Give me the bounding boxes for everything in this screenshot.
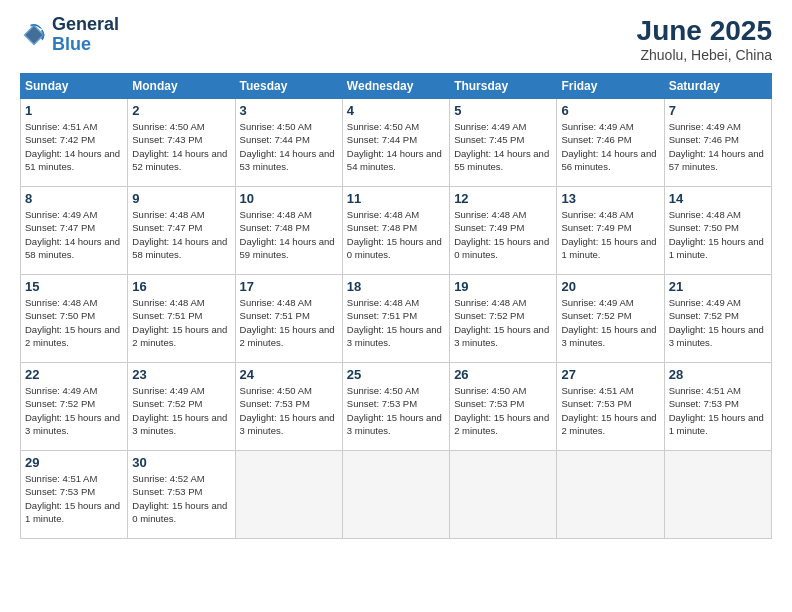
day-info: Sunrise: 4:49 AM Sunset: 7:47 PM Dayligh… xyxy=(25,208,123,261)
header-monday: Monday xyxy=(128,74,235,99)
day-info: Sunrise: 4:48 AM Sunset: 7:47 PM Dayligh… xyxy=(132,208,230,261)
day-info: Sunrise: 4:50 AM Sunset: 7:44 PM Dayligh… xyxy=(347,120,445,173)
day-info: Sunrise: 4:48 AM Sunset: 7:49 PM Dayligh… xyxy=(561,208,659,261)
calendar-cell xyxy=(342,451,449,539)
day-number: 20 xyxy=(561,279,659,294)
day-info: Sunrise: 4:51 AM Sunset: 7:53 PM Dayligh… xyxy=(669,384,767,437)
calendar-cell: 27Sunrise: 4:51 AM Sunset: 7:53 PM Dayli… xyxy=(557,363,664,451)
day-info: Sunrise: 4:50 AM Sunset: 7:43 PM Dayligh… xyxy=(132,120,230,173)
calendar-cell: 26Sunrise: 4:50 AM Sunset: 7:53 PM Dayli… xyxy=(450,363,557,451)
day-info: Sunrise: 4:48 AM Sunset: 7:48 PM Dayligh… xyxy=(347,208,445,261)
calendar-cell xyxy=(664,451,771,539)
calendar-cell: 8Sunrise: 4:49 AM Sunset: 7:47 PM Daylig… xyxy=(21,187,128,275)
day-info: Sunrise: 4:50 AM Sunset: 7:53 PM Dayligh… xyxy=(454,384,552,437)
day-info: Sunrise: 4:48 AM Sunset: 7:51 PM Dayligh… xyxy=(132,296,230,349)
header-sunday: Sunday xyxy=(21,74,128,99)
day-number: 22 xyxy=(25,367,123,382)
logo-line1: General xyxy=(52,15,119,35)
calendar-cell: 3Sunrise: 4:50 AM Sunset: 7:44 PM Daylig… xyxy=(235,99,342,187)
day-info: Sunrise: 4:50 AM Sunset: 7:44 PM Dayligh… xyxy=(240,120,338,173)
day-info: Sunrise: 4:49 AM Sunset: 7:52 PM Dayligh… xyxy=(669,296,767,349)
day-number: 13 xyxy=(561,191,659,206)
day-number: 26 xyxy=(454,367,552,382)
day-number: 2 xyxy=(132,103,230,118)
day-number: 7 xyxy=(669,103,767,118)
calendar-cell: 6Sunrise: 4:49 AM Sunset: 7:46 PM Daylig… xyxy=(557,99,664,187)
day-info: Sunrise: 4:49 AM Sunset: 7:52 PM Dayligh… xyxy=(25,384,123,437)
day-number: 17 xyxy=(240,279,338,294)
day-info: Sunrise: 4:48 AM Sunset: 7:51 PM Dayligh… xyxy=(347,296,445,349)
day-info: Sunrise: 4:49 AM Sunset: 7:52 PM Dayligh… xyxy=(132,384,230,437)
day-number: 29 xyxy=(25,455,123,470)
day-number: 18 xyxy=(347,279,445,294)
day-number: 4 xyxy=(347,103,445,118)
calendar-cell: 17Sunrise: 4:48 AM Sunset: 7:51 PM Dayli… xyxy=(235,275,342,363)
day-info: Sunrise: 4:49 AM Sunset: 7:45 PM Dayligh… xyxy=(454,120,552,173)
header-wednesday: Wednesday xyxy=(342,74,449,99)
day-info: Sunrise: 4:52 AM Sunset: 7:53 PM Dayligh… xyxy=(132,472,230,525)
day-number: 8 xyxy=(25,191,123,206)
calendar-cell: 14Sunrise: 4:48 AM Sunset: 7:50 PM Dayli… xyxy=(664,187,771,275)
day-info: Sunrise: 4:49 AM Sunset: 7:46 PM Dayligh… xyxy=(561,120,659,173)
header: General Blue June 2025 Zhuolu, Hebei, Ch… xyxy=(20,15,772,63)
calendar-cell: 9Sunrise: 4:48 AM Sunset: 7:47 PM Daylig… xyxy=(128,187,235,275)
day-number: 23 xyxy=(132,367,230,382)
day-number: 9 xyxy=(132,191,230,206)
day-info: Sunrise: 4:50 AM Sunset: 7:53 PM Dayligh… xyxy=(240,384,338,437)
header-tuesday: Tuesday xyxy=(235,74,342,99)
calendar-cell: 25Sunrise: 4:50 AM Sunset: 7:53 PM Dayli… xyxy=(342,363,449,451)
day-number: 24 xyxy=(240,367,338,382)
calendar-cell: 15Sunrise: 4:48 AM Sunset: 7:50 PM Dayli… xyxy=(21,275,128,363)
calendar-cell: 16Sunrise: 4:48 AM Sunset: 7:51 PM Dayli… xyxy=(128,275,235,363)
day-number: 1 xyxy=(25,103,123,118)
day-info: Sunrise: 4:51 AM Sunset: 7:42 PM Dayligh… xyxy=(25,120,123,173)
calendar-cell: 20Sunrise: 4:49 AM Sunset: 7:52 PM Dayli… xyxy=(557,275,664,363)
calendar-cell: 11Sunrise: 4:48 AM Sunset: 7:48 PM Dayli… xyxy=(342,187,449,275)
calendar-cell: 1Sunrise: 4:51 AM Sunset: 7:42 PM Daylig… xyxy=(21,99,128,187)
day-number: 11 xyxy=(347,191,445,206)
day-number: 15 xyxy=(25,279,123,294)
logo: General Blue xyxy=(20,15,119,55)
calendar-cell xyxy=(557,451,664,539)
day-info: Sunrise: 4:48 AM Sunset: 7:49 PM Dayligh… xyxy=(454,208,552,261)
logo-icon xyxy=(20,21,48,49)
day-number: 30 xyxy=(132,455,230,470)
day-info: Sunrise: 4:49 AM Sunset: 7:52 PM Dayligh… xyxy=(561,296,659,349)
calendar-cell: 5Sunrise: 4:49 AM Sunset: 7:45 PM Daylig… xyxy=(450,99,557,187)
calendar-cell: 23Sunrise: 4:49 AM Sunset: 7:52 PM Dayli… xyxy=(128,363,235,451)
page: General Blue June 2025 Zhuolu, Hebei, Ch… xyxy=(0,0,792,612)
day-number: 21 xyxy=(669,279,767,294)
day-number: 5 xyxy=(454,103,552,118)
day-info: Sunrise: 4:51 AM Sunset: 7:53 PM Dayligh… xyxy=(25,472,123,525)
calendar-cell: 24Sunrise: 4:50 AM Sunset: 7:53 PM Dayli… xyxy=(235,363,342,451)
day-info: Sunrise: 4:48 AM Sunset: 7:50 PM Dayligh… xyxy=(25,296,123,349)
calendar-cell xyxy=(450,451,557,539)
day-number: 12 xyxy=(454,191,552,206)
day-info: Sunrise: 4:48 AM Sunset: 7:50 PM Dayligh… xyxy=(669,208,767,261)
calendar-cell: 4Sunrise: 4:50 AM Sunset: 7:44 PM Daylig… xyxy=(342,99,449,187)
calendar-cell: 18Sunrise: 4:48 AM Sunset: 7:51 PM Dayli… xyxy=(342,275,449,363)
calendar-cell: 22Sunrise: 4:49 AM Sunset: 7:52 PM Dayli… xyxy=(21,363,128,451)
day-number: 6 xyxy=(561,103,659,118)
calendar-cell: 12Sunrise: 4:48 AM Sunset: 7:49 PM Dayli… xyxy=(450,187,557,275)
day-info: Sunrise: 4:48 AM Sunset: 7:51 PM Dayligh… xyxy=(240,296,338,349)
day-number: 14 xyxy=(669,191,767,206)
location: Zhuolu, Hebei, China xyxy=(637,47,772,63)
day-info: Sunrise: 4:50 AM Sunset: 7:53 PM Dayligh… xyxy=(347,384,445,437)
logo-line2: Blue xyxy=(52,35,119,55)
title-block: June 2025 Zhuolu, Hebei, China xyxy=(637,15,772,63)
day-number: 16 xyxy=(132,279,230,294)
calendar: SundayMondayTuesdayWednesdayThursdayFrid… xyxy=(20,73,772,539)
day-number: 25 xyxy=(347,367,445,382)
calendar-cell: 2Sunrise: 4:50 AM Sunset: 7:43 PM Daylig… xyxy=(128,99,235,187)
day-number: 19 xyxy=(454,279,552,294)
day-info: Sunrise: 4:48 AM Sunset: 7:52 PM Dayligh… xyxy=(454,296,552,349)
calendar-cell: 30Sunrise: 4:52 AM Sunset: 7:53 PM Dayli… xyxy=(128,451,235,539)
week-row-3: 15Sunrise: 4:48 AM Sunset: 7:50 PM Dayli… xyxy=(21,275,772,363)
calendar-cell: 19Sunrise: 4:48 AM Sunset: 7:52 PM Dayli… xyxy=(450,275,557,363)
calendar-cell: 13Sunrise: 4:48 AM Sunset: 7:49 PM Dayli… xyxy=(557,187,664,275)
day-number: 28 xyxy=(669,367,767,382)
calendar-cell: 29Sunrise: 4:51 AM Sunset: 7:53 PM Dayli… xyxy=(21,451,128,539)
calendar-cell: 21Sunrise: 4:49 AM Sunset: 7:52 PM Dayli… xyxy=(664,275,771,363)
week-row-1: 1Sunrise: 4:51 AM Sunset: 7:42 PM Daylig… xyxy=(21,99,772,187)
